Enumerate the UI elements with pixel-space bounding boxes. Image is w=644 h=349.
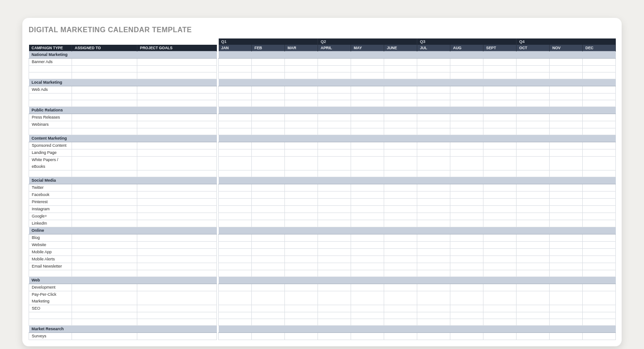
month-cell[interactable] [318, 249, 351, 256]
month-cell[interactable] [318, 270, 351, 277]
month-cell[interactable] [450, 242, 483, 249]
month-cell[interactable] [583, 100, 616, 107]
month-cell[interactable] [517, 149, 550, 157]
month-cell[interactable] [483, 234, 517, 242]
month-cell[interactable] [351, 234, 384, 242]
month-cell[interactable] [417, 199, 450, 206]
month-cell[interactable] [450, 121, 483, 128]
month-cell[interactable] [483, 319, 517, 326]
month-cell[interactable] [318, 72, 351, 79]
month-cell[interactable] [450, 291, 483, 305]
campaign-type-cell[interactable]: Mobile Alerts [29, 256, 72, 263]
month-cell[interactable] [219, 312, 252, 319]
month-cell[interactable] [417, 192, 450, 199]
month-cell[interactable] [450, 263, 483, 270]
assigned-to-cell[interactable] [72, 128, 137, 135]
project-goals-cell[interactable] [137, 220, 217, 227]
month-cell[interactable] [417, 86, 450, 94]
month-cell[interactable] [219, 157, 252, 170]
campaign-type-cell[interactable]: Mobile App [29, 249, 72, 256]
month-cell[interactable] [550, 234, 583, 242]
assigned-to-cell[interactable] [72, 192, 137, 199]
campaign-type-cell[interactable] [29, 319, 72, 326]
month-cell[interactable] [351, 149, 384, 157]
month-cell[interactable] [517, 263, 550, 270]
month-cell[interactable] [384, 86, 417, 94]
month-cell[interactable] [483, 270, 517, 277]
month-cell[interactable] [285, 149, 318, 157]
month-cell[interactable] [483, 66, 517, 72]
month-cell[interactable] [517, 333, 550, 340]
month-cell[interactable] [318, 94, 351, 100]
campaign-type-cell[interactable]: Twitter [29, 184, 72, 192]
month-cell[interactable] [450, 170, 483, 177]
project-goals-cell[interactable] [137, 59, 217, 66]
month-cell[interactable] [517, 242, 550, 249]
assigned-to-cell[interactable] [72, 66, 137, 72]
month-cell[interactable] [583, 270, 616, 277]
month-cell[interactable] [219, 170, 252, 177]
month-cell[interactable] [285, 199, 318, 206]
month-cell[interactable] [219, 263, 252, 270]
campaign-type-cell[interactable]: Webinars [29, 121, 72, 128]
month-cell[interactable] [219, 121, 252, 128]
month-cell[interactable] [583, 86, 616, 94]
campaign-type-cell[interactable]: Web Ads [29, 86, 72, 94]
month-cell[interactable] [483, 206, 517, 213]
month-cell[interactable] [550, 213, 583, 220]
month-cell[interactable] [450, 220, 483, 227]
month-cell[interactable] [450, 86, 483, 94]
month-cell[interactable] [417, 256, 450, 263]
month-cell[interactable] [583, 284, 616, 291]
project-goals-cell[interactable] [137, 234, 217, 242]
month-cell[interactable] [550, 184, 583, 192]
month-cell[interactable] [550, 72, 583, 79]
month-cell[interactable] [219, 249, 252, 256]
month-cell[interactable] [285, 192, 318, 199]
month-cell[interactable] [517, 206, 550, 213]
month-cell[interactable] [351, 291, 384, 305]
assigned-to-cell[interactable] [72, 199, 137, 206]
month-cell[interactable] [483, 312, 517, 319]
month-cell[interactable] [351, 170, 384, 177]
project-goals-cell[interactable] [137, 94, 217, 100]
month-cell[interactable] [318, 86, 351, 94]
month-cell[interactable] [550, 149, 583, 157]
month-cell[interactable] [417, 213, 450, 220]
month-cell[interactable] [483, 142, 517, 149]
month-cell[interactable] [417, 319, 450, 326]
month-cell[interactable] [450, 270, 483, 277]
campaign-type-cell[interactable] [29, 170, 72, 177]
campaign-type-cell[interactable]: SEO [29, 305, 72, 312]
campaign-type-cell[interactable] [29, 66, 72, 72]
month-cell[interactable] [583, 114, 616, 121]
month-cell[interactable] [252, 256, 285, 263]
month-cell[interactable] [318, 220, 351, 227]
month-cell[interactable] [318, 66, 351, 72]
month-cell[interactable] [517, 66, 550, 72]
campaign-type-cell[interactable]: Development [29, 284, 72, 291]
month-cell[interactable] [318, 284, 351, 291]
month-cell[interactable] [351, 220, 384, 227]
month-cell[interactable] [417, 220, 450, 227]
month-cell[interactable] [252, 94, 285, 100]
month-cell[interactable] [252, 86, 285, 94]
project-goals-cell[interactable] [137, 333, 217, 340]
month-cell[interactable] [417, 263, 450, 270]
month-cell[interactable] [583, 94, 616, 100]
assigned-to-cell[interactable] [72, 291, 137, 305]
month-cell[interactable] [285, 270, 318, 277]
month-cell[interactable] [517, 199, 550, 206]
month-cell[interactable] [285, 256, 318, 263]
month-cell[interactable] [252, 142, 285, 149]
month-cell[interactable] [252, 149, 285, 157]
month-cell[interactable] [450, 59, 483, 66]
month-cell[interactable] [318, 128, 351, 135]
project-goals-cell[interactable] [137, 305, 217, 312]
month-cell[interactable] [550, 242, 583, 249]
month-cell[interactable] [252, 157, 285, 170]
month-cell[interactable] [384, 291, 417, 305]
month-cell[interactable] [285, 206, 318, 213]
month-cell[interactable] [351, 100, 384, 107]
month-cell[interactable] [483, 94, 517, 100]
